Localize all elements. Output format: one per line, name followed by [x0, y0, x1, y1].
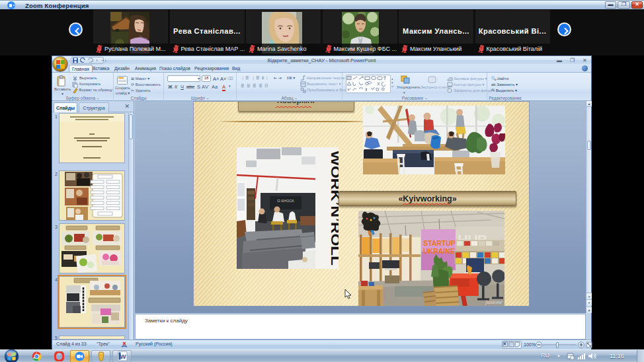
svg-text:W: W	[120, 353, 126, 360]
svg-text:G-SHOCK: G-SHOCK	[277, 199, 294, 203]
svg-text:STARTUP: STARTUP	[423, 239, 456, 247]
svg-text:justone: justone	[485, 299, 503, 305]
svg-text:UKRAINE: UKRAINE	[423, 247, 455, 255]
svg-text:WORK’N’ROLL: WORK’N’ROLL	[329, 151, 339, 266]
